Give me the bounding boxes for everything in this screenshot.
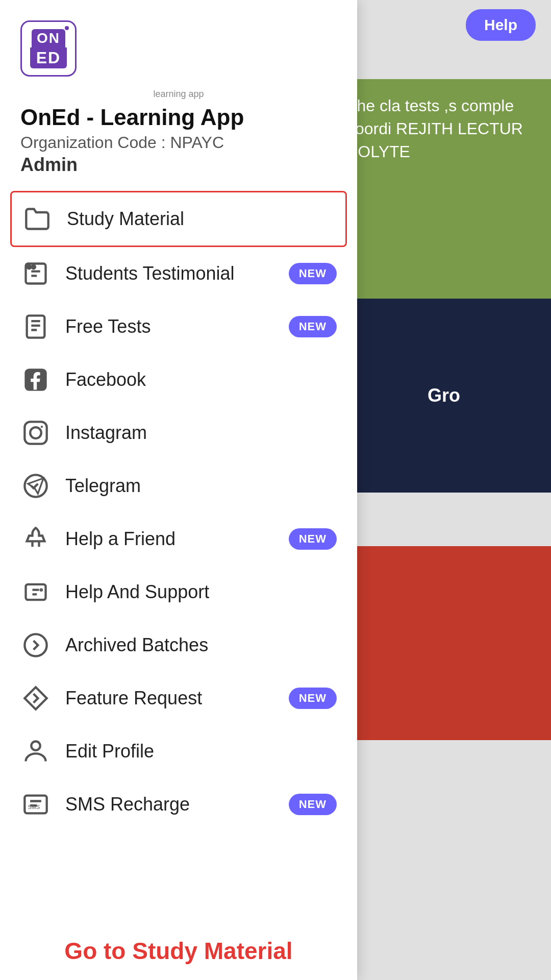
menu-item-feature-request[interactable]: Feature RequestNEW: [0, 672, 357, 725]
svg-point-1: [28, 265, 31, 269]
app-logo: ON ED: [20, 20, 77, 77]
svg-text:SMS: SMS: [28, 804, 40, 810]
chevron-diamond-icon: [20, 683, 51, 714]
bg-dark-text: Gro: [428, 385, 460, 406]
menu-item-telegram[interactable]: Telegram: [0, 459, 357, 512]
document-icon: [20, 311, 51, 342]
menu-item-sms-recharge[interactable]: SMSSMS RechargeNEW: [0, 778, 357, 831]
bg-dark-card: Gro: [337, 299, 551, 493]
logo-ed-text: ED: [30, 47, 67, 68]
badge-students-testimonial: NEW: [289, 263, 337, 284]
bg-green-text: The cla tests ,s comple coordi REJITH LE…: [347, 94, 541, 163]
badge-free-tests: NEW: [289, 316, 337, 337]
folder-icon: [22, 204, 53, 234]
person-icon: [20, 736, 51, 767]
logo-on-text: ON: [32, 29, 65, 47]
svg-point-12: [31, 742, 40, 750]
menu-label-help-friend: Help a Friend: [65, 528, 274, 550]
menu-label-study-material: Study Material: [67, 208, 335, 230]
menu-item-students-testimonial[interactable]: Students TestimonialNEW: [0, 247, 357, 300]
chevron-circle-icon: [20, 630, 51, 660]
bg-green-card: The cla tests ,s comple coordi REJITH LE…: [337, 79, 551, 299]
facebook-icon: [20, 364, 51, 395]
menu-item-edit-profile[interactable]: Edit Profile: [0, 725, 357, 778]
svg-point-11: [24, 634, 46, 656]
logo-sub-label: learning app: [0, 89, 357, 100]
app-info: OnEd - Learning App Organization Code : …: [0, 100, 357, 191]
menu-label-free-tests: Free Tests: [65, 316, 274, 337]
menu-label-facebook: Facebook: [65, 369, 337, 390]
sms-icon: SMS: [20, 789, 51, 820]
badge-feature-request: NEW: [289, 688, 337, 709]
bg-red-card: [337, 546, 551, 740]
menu-item-archived-batches[interactable]: Archived Batches: [0, 619, 357, 672]
menu-item-facebook[interactable]: Facebook: [0, 353, 357, 406]
app-name: OnEd - Learning App: [20, 105, 337, 130]
help-icon: [20, 577, 51, 607]
badge-help-friend: NEW: [289, 528, 337, 550]
menu-label-archived-batches: Archived Batches: [65, 634, 337, 656]
svg-point-10: [41, 590, 42, 591]
menu-list: Study MaterialStudents TestimonialNEWFre…: [0, 191, 357, 831]
menu-item-free-tests[interactable]: Free TestsNEW: [0, 300, 357, 353]
menu-label-telegram: Telegram: [65, 475, 337, 497]
logo-area: ON ED: [0, 0, 357, 87]
svg-point-2: [32, 265, 35, 269]
telegram-icon: [20, 471, 51, 501]
svg-point-6: [30, 427, 41, 438]
testimonial-icon: [20, 258, 51, 289]
menu-item-study-material[interactable]: Study Material: [10, 191, 347, 247]
app-role: Admin: [20, 154, 337, 176]
menu-item-help-friend[interactable]: Help a FriendNEW: [0, 512, 357, 566]
menu-label-feature-request: Feature Request: [65, 688, 274, 709]
menu-item-instagram[interactable]: Instagram: [0, 406, 357, 459]
menu-label-sms-recharge: SMS Recharge: [65, 794, 274, 815]
menu-label-edit-profile: Edit Profile: [65, 741, 337, 762]
help-button[interactable]: Help: [466, 9, 536, 41]
hands-icon: [20, 524, 51, 554]
menu-label-students-testimonial: Students Testimonial: [65, 263, 274, 284]
badge-sms-recharge: NEW: [289, 794, 337, 815]
svg-rect-5: [24, 422, 46, 444]
menu-label-help-support: Help And Support: [65, 581, 337, 603]
bottom-instruction: Go to Study Material: [0, 937, 357, 965]
svg-rect-9: [26, 584, 46, 600]
app-org-code: Organization Code : NPAYC: [20, 133, 337, 152]
drawer: ON ED learning app OnEd - Learning App O…: [0, 0, 357, 980]
menu-label-instagram: Instagram: [65, 422, 337, 444]
instagram-icon: [20, 418, 51, 448]
menu-item-help-support[interactable]: Help And Support: [0, 566, 357, 619]
svg-point-7: [41, 426, 43, 428]
logo-dot: [65, 26, 69, 30]
